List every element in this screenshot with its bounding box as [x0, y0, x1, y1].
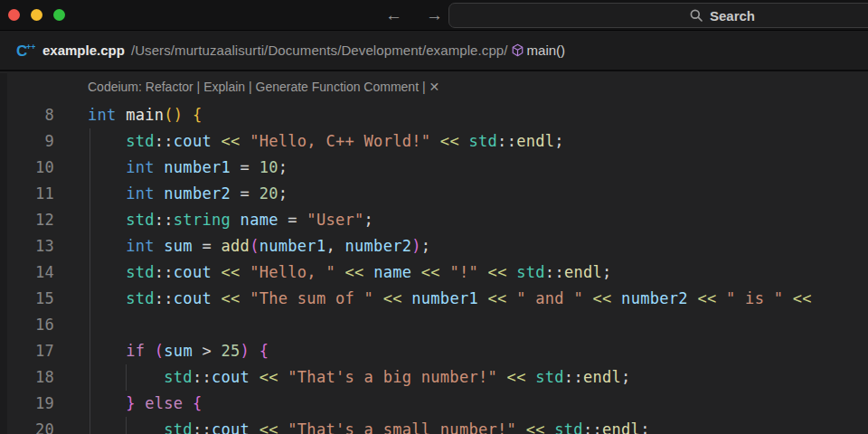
code-token[interactable]: endl — [602, 420, 640, 434]
minimize-window-button[interactable] — [31, 9, 42, 21]
code-token[interactable] — [136, 394, 146, 412]
code-token[interactable]: 20 — [259, 184, 278, 203]
breadcrumb-symbol[interactable]: main() — [527, 42, 566, 58]
code-token[interactable]: name — [373, 263, 411, 281]
code-token[interactable] — [278, 420, 288, 434]
code-token[interactable]: :: — [583, 420, 602, 434]
code-token[interactable]: << — [440, 132, 459, 150]
code-token[interactable]: endl — [516, 132, 554, 150]
breadcrumb-file-name[interactable]: example.cpp — [42, 42, 125, 58]
code-token[interactable]: << — [222, 263, 241, 281]
code-token[interactable]: , — [326, 237, 344, 255]
code-token[interactable]: std — [126, 263, 155, 281]
code-token[interactable]: << — [222, 132, 241, 150]
code-token[interactable]: number1 — [411, 289, 478, 307]
back-button[interactable]: ← — [385, 5, 402, 25]
code-line-20[interactable]: 20 std::cout << "That's a small number!"… — [0, 417, 868, 434]
code-token[interactable] — [88, 184, 126, 203]
code-token[interactable]: std — [164, 368, 193, 386]
code-token[interactable]: std — [516, 263, 545, 281]
code-token[interactable] — [88, 211, 126, 229]
code-token[interactable]: cout — [174, 132, 212, 150]
code-token[interactable]: std — [126, 289, 155, 307]
code-token[interactable]: endl — [564, 263, 602, 281]
code-token[interactable]: "Hello, " — [250, 263, 335, 281]
code-token[interactable] — [545, 420, 555, 434]
code-token[interactable]: << — [488, 263, 507, 281]
code-token[interactable]: " and " — [516, 289, 583, 307]
code-token[interactable]: cout — [212, 420, 250, 434]
code-token[interactable]: main — [126, 106, 164, 124]
code-token[interactable] — [335, 263, 345, 281]
code-token[interactable]: > — [193, 342, 222, 360]
code-token[interactable]: else — [145, 394, 183, 412]
code-token[interactable]: << — [259, 368, 278, 386]
code-token[interactable]: "That's a big number!" — [288, 368, 497, 386]
code-text[interactable]: int number2 = 20; — [88, 184, 288, 203]
code-token[interactable] — [526, 368, 536, 386]
code-token[interactable]: std — [126, 211, 155, 229]
code-line-14[interactable]: 14 std::cout << "Hello, " << name << "!"… — [0, 259, 868, 286]
code-token[interactable]: int — [126, 158, 155, 176]
code-token[interactable]: << — [222, 289, 241, 307]
code-token[interactable]: cout — [212, 368, 250, 386]
code-token[interactable] — [250, 420, 259, 434]
code-token[interactable]: ) — [241, 342, 250, 360]
code-token[interactable] — [117, 106, 127, 124]
code-token[interactable] — [88, 342, 126, 360]
code-token[interactable] — [497, 368, 507, 386]
code-token[interactable]: ( — [155, 342, 165, 360]
code-token[interactable] — [411, 263, 421, 281]
code-editor[interactable]: Codeium: Refactor | Explain | Generate F… — [0, 73, 868, 434]
code-token[interactable] — [155, 158, 165, 176]
code-line-8[interactable]: 8int main() { — [0, 102, 868, 128]
code-token[interactable] — [88, 263, 126, 281]
code-token[interactable] — [402, 289, 412, 307]
codelens-action-refactor[interactable]: Refactor — [146, 80, 193, 94]
code-token[interactable]: number2 — [621, 289, 688, 307]
search-input[interactable]: Search — [448, 3, 868, 28]
code-token[interactable]: << — [526, 420, 545, 434]
code-token[interactable] — [430, 132, 440, 150]
code-text[interactable]: std::cout << "That's a small number!" <<… — [88, 420, 650, 434]
code-token[interactable]: name — [241, 211, 278, 229]
code-text[interactable]: std::cout << "Hello, C++ World!" << std:… — [88, 132, 564, 150]
code-token[interactable]: () — [164, 106, 183, 124]
code-token[interactable] — [145, 342, 155, 360]
code-token[interactable] — [212, 132, 222, 150]
breadcrumb-path[interactable]: /Users/murtuzaalisurti/Documents/Develop… — [131, 42, 508, 58]
code-line-15[interactable]: 15 std::cout << "The sum of " << number1… — [0, 286, 868, 312]
code-token[interactable]: number2 — [164, 184, 231, 203]
code-line-9[interactable]: 9 std::cout << "Hello, C++ World!" << st… — [0, 128, 868, 155]
code-token[interactable] — [155, 184, 165, 203]
code-token[interactable]: sum — [164, 342, 193, 360]
code-token[interactable]: = — [231, 158, 259, 176]
code-token[interactable]: ( — [250, 237, 259, 255]
code-token[interactable]: = — [278, 211, 307, 229]
code-token[interactable]: :: — [193, 368, 212, 386]
code-token[interactable]: << — [592, 289, 611, 307]
codelens-action-explain[interactable]: Explain — [203, 80, 245, 94]
code-token[interactable] — [507, 263, 517, 281]
code-line-13[interactable]: 13 int sum = add(number1, number2); — [0, 233, 868, 259]
code-token[interactable]: << — [488, 289, 507, 307]
code-token[interactable] — [516, 420, 526, 434]
code-token[interactable]: = — [193, 237, 222, 255]
code-token[interactable]: 10 — [259, 158, 278, 176]
code-line-16[interactable]: 16 — [0, 312, 868, 338]
code-token[interactable] — [478, 263, 488, 281]
code-line-11[interactable]: 11 int number2 = 20; — [0, 181, 868, 207]
code-token[interactable]: "!" — [449, 263, 478, 281]
code-token[interactable]: ; — [602, 263, 612, 281]
code-token[interactable]: { — [193, 394, 203, 412]
code-token[interactable]: :: — [545, 263, 564, 281]
code-token[interactable]: { — [259, 342, 269, 360]
code-token[interactable] — [241, 289, 250, 307]
code-token[interactable] — [373, 289, 383, 307]
code-text[interactable]: int number1 = 10; — [88, 158, 288, 176]
code-token[interactable]: number2 — [345, 237, 412, 255]
code-token[interactable]: " is " — [726, 289, 783, 307]
code-text[interactable]: } else { — [88, 394, 202, 412]
code-token[interactable]: ; — [278, 184, 288, 203]
code-token[interactable]: std — [164, 420, 193, 434]
